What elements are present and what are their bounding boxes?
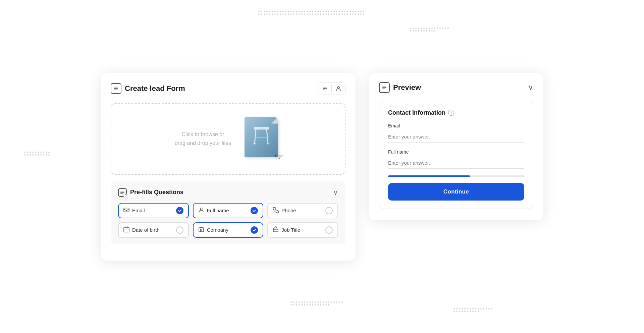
svg-point-6 [337,87,339,89]
question-checkbox-fullname[interactable] [251,207,258,214]
question-label-jobtitle: Job Title [281,227,323,233]
svg-line-8 [255,129,256,144]
preview-card: Preview ∨ Contact information i Email Fu… [369,73,543,220]
svg-rect-31 [382,87,386,88]
user-view-btn[interactable] [332,82,345,95]
question-label-company: Company [207,227,248,233]
preview-form-card: Contact information i Email Full name Co… [379,101,533,209]
svg-rect-14 [120,192,124,193]
question-item-dob[interactable]: Date of birth [118,222,189,238]
field-input-fullname[interactable] [388,157,524,169]
svg-rect-2 [114,90,117,90]
dots-top-center: (function(){ const c = document.currentS… [258,10,365,15]
continue-button[interactable]: Continue [388,183,524,201]
question-icon-jobtitle [273,226,279,234]
svg-line-9 [267,129,268,144]
main-layout: Create lead Form [101,73,543,261]
svg-rect-16 [124,208,129,212]
question-checkbox-dob[interactable] [176,226,183,234]
preview-title-group: Preview [379,82,421,93]
card-title-group: Create lead Form [111,83,185,94]
question-item-phone[interactable]: Phone [267,203,338,218]
question-icon-email [123,207,129,214]
question-checkbox-phone[interactable] [325,207,333,214]
preview-form-icon [379,82,390,93]
info-icon[interactable]: i [448,110,454,116]
svg-rect-30 [382,86,386,87]
svg-rect-5 [323,90,325,90]
create-lead-form-card: Create lead Form [101,73,356,261]
question-item-email[interactable]: Email [118,203,189,218]
dots-bottom-center: (function(){ const c = document.currentS… [290,301,343,306]
svg-rect-18 [124,227,129,232]
section-title-row: Contact information i [388,109,524,116]
dots-left-mid: (function(){ const c = document.currentS… [23,151,50,156]
svg-rect-3 [323,87,327,88]
form-view-btn[interactable] [318,82,331,95]
question-checkbox-jobtitle[interactable] [325,226,333,234]
question-icon-fullname [198,207,204,214]
svg-rect-4 [323,88,327,89]
svg-rect-1 [114,88,118,89]
preview-chevron[interactable]: ∨ [528,83,533,92]
svg-rect-32 [382,89,385,89]
svg-rect-22 [199,228,204,232]
header-actions [318,82,345,95]
form-field-email: Email [388,123,524,143]
question-icon-dob [123,226,129,234]
question-item-company[interactable]: Company [193,222,264,238]
progress-bar-container [388,175,524,177]
svg-rect-0 [114,87,118,88]
prefills-chevron[interactable]: ∨ [333,188,338,197]
card-header: Create lead Form [111,82,345,95]
question-checkbox-company[interactable] [251,226,258,234]
question-icon-company [198,226,204,234]
question-label-dob: Date of birth [132,227,173,233]
svg-rect-23 [200,229,201,230]
preview-fields: Email Full name [388,123,524,169]
prefills-section: Pre-fills Questions ∨ Email Full name Ph… [111,181,345,244]
progress-bar-fill [388,175,470,177]
svg-rect-26 [201,230,202,231]
question-icon-phone [273,207,279,214]
dots-top-right: (function(){ const c = document.currentS… [409,27,449,32]
cursor-hand: ☞ [275,151,283,162]
stool-image: ☞ [245,117,281,161]
svg-rect-28 [273,228,278,232]
svg-point-17 [200,208,202,210]
prefills-icon [118,188,127,197]
svg-rect-13 [120,191,124,191]
preview-header: Preview ∨ [379,82,533,93]
upload-text: Click to browse or drag and drop your fi… [175,130,231,147]
question-label-phone: Phone [281,208,323,213]
question-label-fullname: Full name [207,208,248,213]
questions-grid: Email Full name Phone Date of birth [118,203,338,238]
form-icon [111,83,121,94]
dots-bottom-right: (function(){ const c = document.currentS… [453,308,493,313]
svg-rect-15 [120,193,123,194]
field-label-fullname: Full name [388,149,524,155]
question-label-email: Email [132,208,173,213]
contact-info-title: Contact information [388,109,445,116]
svg-rect-24 [201,229,202,230]
card-title: Create lead Form [125,84,185,93]
preview-title: Preview [393,83,421,92]
question-item-jobtitle[interactable]: Job Title [267,222,338,238]
form-field-fullname: Full name [388,149,524,169]
field-label-email: Email [388,123,524,128]
prefills-title: Pre-fills Questions [130,189,183,196]
prefills-header: Pre-fills Questions ∨ [118,188,338,197]
field-input-email[interactable] [388,131,524,143]
svg-rect-25 [200,230,201,232]
upload-area[interactable]: Click to browse or drag and drop your fi… [111,103,345,175]
prefills-title-group: Pre-fills Questions [118,188,183,197]
question-checkbox-email[interactable] [176,207,183,214]
question-item-fullname[interactable]: Full name [193,203,264,218]
